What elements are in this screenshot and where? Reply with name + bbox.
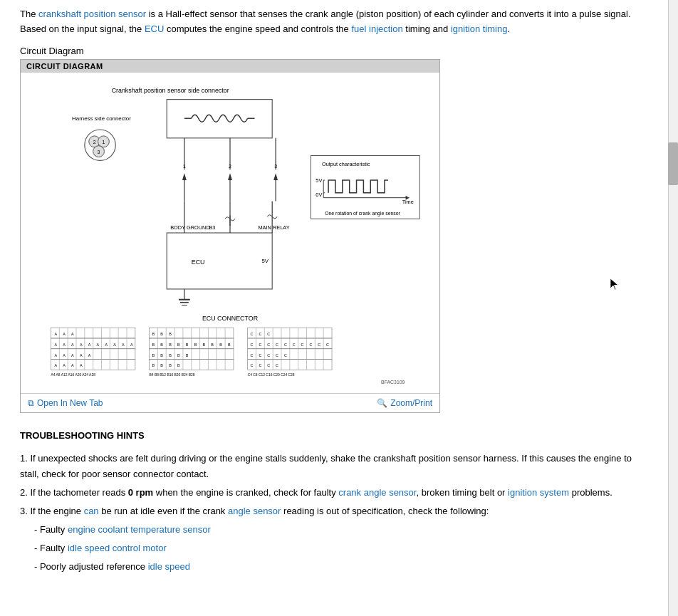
svg-text:One rotation of crank angle se: One rotation of crank angle sensor bbox=[325, 211, 400, 216]
svg-text:B: B bbox=[177, 363, 180, 367]
troubleshooting-section: TROUBLESHOOTING HINTS 1. If unexpected s… bbox=[20, 430, 635, 575]
svg-text:C: C bbox=[284, 353, 287, 357]
svg-text:A: A bbox=[54, 363, 57, 367]
connector-group-c: CCC CCCCCCCCCC CCCCC CCCC bbox=[248, 328, 332, 370]
svg-text:B: B bbox=[186, 342, 189, 346]
svg-text:1: 1 bbox=[103, 139, 105, 144]
idle-speed-control-motor-link[interactable]: idle speed control motor bbox=[68, 543, 167, 553]
item3-mid2: reading is out of specification, check t… bbox=[281, 506, 489, 516]
troubleshooting-content: 1. If unexpected shocks are felt during … bbox=[20, 451, 635, 575]
circuit-diagram-box: CIRCUIT DIAGRAM Crankshaft position sens… bbox=[20, 59, 440, 413]
connector-group-b: BBB BBBBBBBBBB BBBBB BBBB bbox=[150, 328, 234, 370]
svg-text:B: B bbox=[186, 353, 189, 357]
svg-text:MAIN RELAY: MAIN RELAY bbox=[258, 224, 289, 231]
svg-text:B: B bbox=[152, 342, 155, 346]
svg-text:B: B bbox=[169, 353, 172, 357]
svg-text:BFAC3109: BFAC3109 bbox=[381, 380, 405, 385]
svg-text:5V: 5V bbox=[261, 258, 268, 264]
svg-text:A: A bbox=[97, 342, 100, 346]
circuit-footer: ⧉ Open In New Tab 🔍 Zoom/Print bbox=[21, 393, 439, 412]
svg-text:C: C bbox=[259, 353, 261, 357]
svg-text:B: B bbox=[169, 342, 172, 346]
svg-text:0V: 0V bbox=[315, 191, 322, 197]
troubleshooting-item1: 1. If unexpected shocks are felt during … bbox=[20, 451, 635, 482]
circuit-diagram-inner: Crankshaft position sensor side connecto… bbox=[21, 73, 439, 393]
svg-marker-17 bbox=[228, 173, 232, 180]
svg-text:B: B bbox=[152, 363, 155, 367]
svg-text:A: A bbox=[80, 342, 83, 346]
scrollbar-thumb[interactable] bbox=[668, 142, 678, 185]
svg-text:Time: Time bbox=[402, 198, 414, 204]
item2-end: problems. bbox=[569, 487, 612, 498]
svg-text:C: C bbox=[276, 353, 278, 357]
zoom-print-icon: 🔍 bbox=[377, 398, 387, 408]
svg-text:3: 3 bbox=[274, 164, 277, 169]
open-new-tab-label: Open In New Tab bbox=[37, 398, 103, 408]
svg-text:A: A bbox=[80, 353, 83, 357]
item2-before: 2. If the tachometer reads bbox=[20, 487, 128, 498]
intro-text-part4: timing and bbox=[403, 24, 451, 34]
ignition-timing-link[interactable]: ignition timing bbox=[451, 24, 508, 34]
svg-text:C: C bbox=[284, 342, 287, 346]
svg-text:B: B bbox=[152, 332, 155, 336]
circuit-svg: Crankshaft position sensor side connecto… bbox=[26, 78, 434, 387]
svg-text:B: B bbox=[169, 363, 172, 367]
svg-text:Output characteristic: Output characteristic bbox=[322, 161, 370, 167]
sub1-before: - Faulty bbox=[34, 524, 68, 535]
svg-text:A: A bbox=[63, 342, 66, 346]
svg-text:C: C bbox=[259, 363, 261, 367]
svg-text:C: C bbox=[267, 353, 270, 357]
svg-text:BODY GROUND: BODY GROUND bbox=[170, 224, 210, 231]
svg-text:C: C bbox=[326, 342, 329, 346]
engine-coolant-temp-sensor-link[interactable]: engine coolant temperature sensor bbox=[68, 524, 211, 535]
sub2-before: - Faulty bbox=[34, 543, 68, 553]
svg-text:2: 2 bbox=[229, 164, 231, 169]
svg-text:B: B bbox=[177, 353, 180, 357]
svg-text:A: A bbox=[63, 353, 66, 357]
idle-speed-link[interactable]: idle speed bbox=[148, 561, 190, 572]
svg-text:B3: B3 bbox=[209, 224, 215, 231]
fuel-injection-link[interactable]: fuel injection bbox=[351, 24, 402, 34]
scrollbar[interactable] bbox=[668, 0, 678, 585]
sub-item-2: - Faulty idle speed control motor bbox=[34, 541, 635, 556]
svg-text:C: C bbox=[267, 342, 270, 346]
svg-text:C: C bbox=[251, 353, 254, 357]
svg-text:A: A bbox=[105, 342, 108, 346]
sub-item-1: - Faulty engine coolant temperature sens… bbox=[34, 522, 635, 538]
item2-after: , broken timing belt or bbox=[416, 487, 508, 498]
svg-text:C: C bbox=[301, 342, 304, 346]
open-new-tab-link[interactable]: ⧉ Open In New Tab bbox=[28, 398, 103, 408]
svg-text:B: B bbox=[169, 332, 172, 336]
svg-text:A: A bbox=[71, 363, 74, 367]
svg-rect-23 bbox=[167, 233, 272, 289]
can-link[interactable]: can bbox=[84, 506, 99, 516]
svg-text:A: A bbox=[63, 332, 66, 336]
svg-text:A: A bbox=[71, 353, 74, 357]
svg-text:B: B bbox=[160, 342, 163, 346]
ecu-link[interactable]: ECU bbox=[145, 24, 164, 34]
crankshaft-position-sensor-link[interactable]: crankshaft position sensor bbox=[38, 9, 146, 19]
svg-text:2: 2 bbox=[93, 139, 96, 144]
sub-item-3: - Poorly adjusted reference idle speed bbox=[34, 559, 635, 575]
sub-items: - Faulty engine coolant temperature sens… bbox=[20, 522, 635, 575]
svg-text:B: B bbox=[219, 342, 222, 346]
svg-text:B: B bbox=[211, 342, 214, 346]
angle-sensor-link[interactable]: angle sensor bbox=[228, 506, 281, 516]
ignition-system-link[interactable]: ignition system bbox=[508, 487, 569, 498]
crank-angle-sensor-link[interactable]: crank angle sensor bbox=[338, 487, 416, 498]
connector-group-a: AAA AAAAAAAAAA AAAAA AAAA bbox=[51, 328, 135, 370]
zoom-print-link[interactable]: 🔍 Zoom/Print bbox=[377, 398, 432, 408]
svg-text:ECU: ECU bbox=[192, 259, 205, 266]
troubleshooting-item2: 2. If the tachometer reads 0 rpm when th… bbox=[20, 485, 635, 501]
open-new-tab-icon: ⧉ bbox=[28, 398, 34, 408]
svg-text:C: C bbox=[251, 363, 254, 367]
svg-text:A: A bbox=[71, 342, 74, 346]
svg-text:3: 3 bbox=[98, 149, 100, 154]
item3-mid1: be run at idle even if the crank bbox=[99, 506, 228, 516]
item2-bold: 0 rpm bbox=[128, 487, 153, 498]
svg-text:A: A bbox=[130, 342, 133, 346]
svg-text:B: B bbox=[203, 342, 206, 346]
item1-text: 1. If unexpected shocks are felt during … bbox=[20, 453, 632, 479]
intro-paragraph: The crankshaft position sensor is a Hall… bbox=[20, 7, 635, 37]
troubleshooting-item3: 3. If the engine can be run at idle even… bbox=[20, 503, 635, 519]
